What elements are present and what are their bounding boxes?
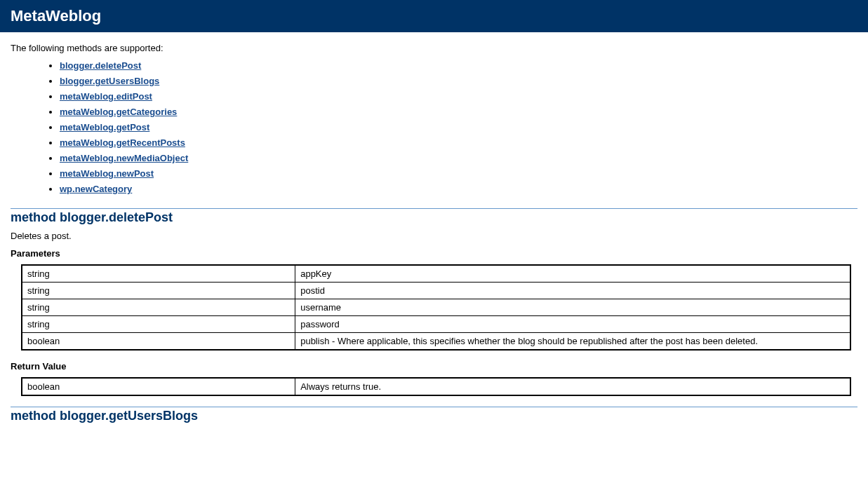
list-item: metaWeblog.getRecentPosts [60, 137, 857, 148]
section-divider [11, 407, 857, 407]
method-desc: Deletes a post. [11, 231, 857, 241]
param-desc: publish - Where applicable, this specifi… [295, 333, 850, 351]
method-link[interactable]: metaWeblog.newPost [60, 168, 154, 179]
intro-text: The following methods are supported: [11, 43, 857, 53]
return-type: boolean [22, 378, 295, 395]
param-type: string [22, 316, 295, 333]
list-item: wp.newCategory [60, 184, 857, 194]
page-title: MetaWeblog [11, 7, 857, 25]
method-list: blogger.deletePost blogger.getUsersBlogs… [60, 60, 857, 194]
section-divider [11, 208, 857, 209]
param-desc: appKey [295, 265, 850, 283]
param-type: string [22, 299, 295, 316]
table-row: boolean Always returns true. [22, 378, 850, 395]
method-link[interactable]: wp.newCategory [60, 184, 132, 194]
table-row: string username [22, 299, 850, 316]
list-item: metaWeblog.newMediaObject [60, 153, 857, 163]
list-item: blogger.deletePost [60, 60, 857, 71]
param-type: string [22, 283, 295, 299]
list-item: metaWeblog.editPost [60, 91, 857, 102]
list-item: blogger.getUsersBlogs [60, 76, 857, 86]
method-link[interactable]: metaWeblog.getRecentPosts [60, 137, 185, 148]
method-link[interactable]: metaWeblog.getPost [60, 122, 149, 132]
param-desc: postid [295, 283, 850, 299]
param-type: boolean [22, 333, 295, 351]
main-content: The following methods are supported: blo… [0, 32, 868, 440]
method-link[interactable]: metaWeblog.editPost [60, 91, 152, 102]
return-desc: Always returns true. [295, 378, 850, 395]
return-value-label: Return Value [11, 361, 857, 372]
parameters-table: string appKey string postid string usern… [21, 264, 851, 351]
page-header: MetaWeblog [0, 0, 868, 32]
list-item: metaWeblog.getCategories [60, 107, 857, 117]
param-desc: username [295, 299, 850, 316]
table-row: string appKey [22, 265, 850, 283]
method-link[interactable]: metaWeblog.newMediaObject [60, 153, 188, 163]
return-value-table: boolean Always returns true. [21, 377, 851, 396]
table-row: string postid [22, 283, 850, 299]
table-row: boolean publish - Where applicable, this… [22, 333, 850, 351]
method-link[interactable]: blogger.getUsersBlogs [60, 76, 159, 86]
method-heading: method blogger.getUsersBlogs [11, 409, 857, 423]
list-item: metaWeblog.newPost [60, 168, 857, 179]
table-row: string password [22, 316, 850, 333]
parameters-label: Parameters [11, 248, 857, 259]
param-desc: password [295, 316, 850, 333]
method-link[interactable]: metaWeblog.getCategories [60, 107, 177, 117]
param-type: string [22, 265, 295, 283]
method-heading: method blogger.deletePost [11, 210, 857, 225]
method-link[interactable]: blogger.deletePost [60, 60, 141, 71]
list-item: metaWeblog.getPost [60, 122, 857, 132]
